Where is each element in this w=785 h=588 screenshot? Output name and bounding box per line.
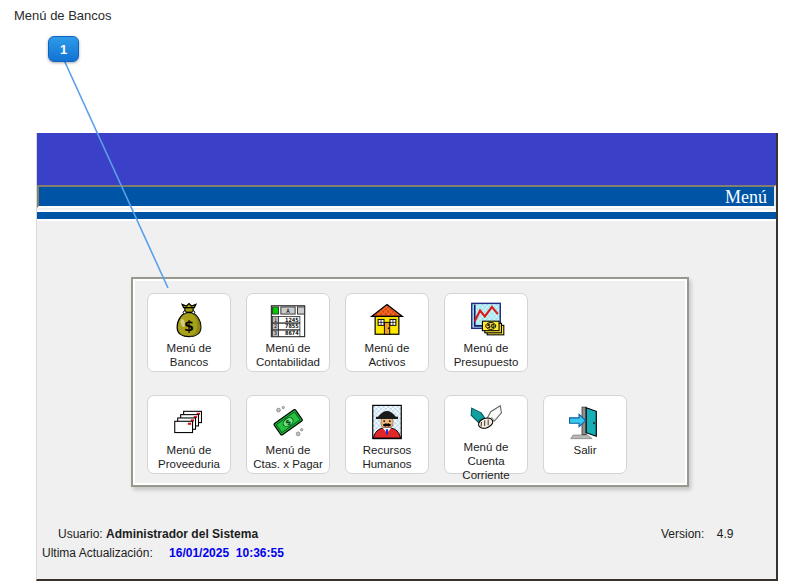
- menu-button-label: Menú de Cuenta Corriente: [445, 440, 527, 482]
- svg-text:$: $: [184, 318, 194, 334]
- annotation-title: Menú de Bancos: [14, 8, 112, 23]
- menu-button-presupuesto[interactable]: 50 Menú de Presupuesto: [444, 293, 528, 372]
- menu-button-label: Menú de Activos: [365, 341, 410, 369]
- menu-button-proveeduria[interactable]: Menú de Proveeduria: [147, 395, 231, 474]
- menu-button-recursos-humanos[interactable]: Recursos Humanos: [345, 395, 429, 474]
- menu-button-label: Salir: [573, 443, 596, 457]
- update-label: Ultima Actualización:: [42, 546, 153, 560]
- menu-button-label: Menú de Bancos: [167, 341, 212, 369]
- menu-button-contabilidad[interactable]: A 1 1245 2 7855 3 8674 Menú de Contabili…: [246, 293, 330, 372]
- update-value: 16/01/2025 10:36:55: [169, 546, 284, 560]
- menu-button-label: Menú de Ctas. x Pagar: [253, 443, 323, 471]
- menu-button-ctas-x-pagar[interactable]: $ Menú de Ctas. x Pagar: [246, 395, 330, 474]
- menu-button-cuenta-corriente[interactable]: Menú de Cuenta Corriente: [444, 395, 528, 474]
- svg-text:7855: 7855: [285, 323, 299, 329]
- menu-button-label: Recursos Humanos: [362, 443, 411, 471]
- svg-text:3: 3: [274, 330, 277, 336]
- menu-button-label: Menú de Presupuesto: [454, 341, 519, 369]
- handshake-icon: [467, 401, 505, 439]
- money-bag-icon: $: [170, 299, 208, 340]
- calculator-icon: A 1 1245 2 7855 3 8674: [269, 299, 307, 340]
- version-value: 4.9: [717, 527, 734, 541]
- menu-button-label: Menú de Proveeduria: [158, 443, 220, 471]
- exit-door-icon: [566, 401, 604, 442]
- flying-bill-icon: $: [269, 401, 307, 442]
- toolbar-strip: [37, 210, 776, 221]
- menu-button-salir[interactable]: Salir: [543, 395, 627, 474]
- svg-text:2: 2: [274, 323, 277, 329]
- user-value: Administrador del Sistema: [106, 527, 258, 541]
- svg-text:1245: 1245: [285, 316, 299, 322]
- menu-bar-item-menu[interactable]: Menú: [725, 188, 767, 206]
- svg-text:1: 1: [274, 316, 277, 322]
- svg-text:A: A: [286, 306, 290, 313]
- version-label: Version:: [661, 527, 704, 541]
- menu-button-activos[interactable]: Menú de Activos: [345, 293, 429, 372]
- title-banner: [37, 133, 776, 185]
- budget-chart-icon: 50: [467, 299, 505, 340]
- status-last-update: Ultima Actualización: 16/01/2025 10:36:5…: [42, 546, 284, 560]
- svg-text:50: 50: [487, 323, 495, 329]
- status-user: Usuario: Administrador del Sistema: [58, 527, 258, 541]
- app-window: Menú $ Menú de Bancos: [36, 133, 778, 581]
- person-icon: [368, 401, 406, 442]
- status-version: Version: 4.9: [661, 527, 733, 541]
- svg-text:8674: 8674: [285, 330, 299, 336]
- menu-button-bancos[interactable]: $ Menú de Bancos: [147, 293, 231, 372]
- envelopes-icon: [170, 401, 208, 442]
- house-icon: [368, 299, 406, 340]
- menu-button-label: Menú de Contabilidad: [256, 341, 320, 369]
- user-label: Usuario:: [58, 527, 103, 541]
- menu-bar: Menú: [37, 185, 776, 208]
- annotation-badge-1: 1: [48, 36, 79, 62]
